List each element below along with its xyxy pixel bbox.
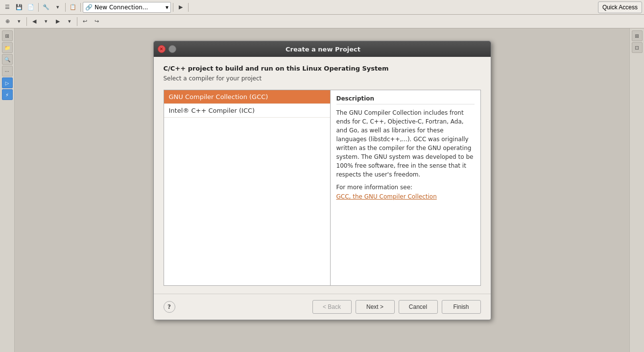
dialog-minimize-button[interactable] xyxy=(168,45,176,53)
ide-background: ☰ 💾 📄 🔧 ▾ 📋 🔗 New Connection... ▾ ▶ Quic… xyxy=(0,0,644,352)
quick-access-button[interactable]: Quick Access xyxy=(598,1,642,13)
dialog-body: C/C++ project to build and run on this L… xyxy=(154,57,491,294)
toolbar2-btn-5[interactable]: ▶ xyxy=(52,16,63,27)
toolbar-btn-3[interactable]: 🔧 xyxy=(41,2,51,13)
dialog-subtitle: C/C++ project to build and run on this L… xyxy=(164,65,481,72)
sidebar-icon-3[interactable]: 🔍 xyxy=(2,54,13,65)
dialog-close-button[interactable]: ✕ xyxy=(158,45,166,53)
compiler-list: GNU Compiler Collection (GCC) Intel® C++… xyxy=(164,90,331,285)
sidebar-icon-4[interactable]: ⋯ xyxy=(2,66,13,76)
description-label: Description xyxy=(336,95,475,104)
compiler-section: GNU Compiler Collection (GCC) Intel® C++… xyxy=(164,90,481,286)
next-button[interactable]: Next > xyxy=(356,300,395,314)
separator-1 xyxy=(38,3,39,12)
separator-7 xyxy=(77,17,77,26)
compiler-item-gcc[interactable]: GNU Compiler Collection (GCC) xyxy=(164,90,330,104)
toolbar2-btn-8[interactable]: ↪ xyxy=(91,16,102,27)
main-toolbar: ☰ 💾 📄 🔧 ▾ 📋 🔗 New Connection... ▾ ▶ Quic… xyxy=(0,0,644,15)
description-panel: Description The GNU Compiler Collection … xyxy=(331,90,480,285)
toolbar-btn-run[interactable]: ▶ xyxy=(175,2,186,13)
finish-button[interactable]: Finish xyxy=(442,300,481,314)
right-sidebar-icon-2[interactable]: ⊡ xyxy=(632,42,643,53)
separator-4 xyxy=(173,3,173,12)
description-link[interactable]: GCC, the GNU Compiler Collection xyxy=(336,193,437,200)
sidebar-icon-2[interactable]: 📁 xyxy=(2,42,13,53)
toolbar-btn-save[interactable]: 💾 xyxy=(14,2,24,13)
toolbar2-btn-1[interactable]: ⊕ xyxy=(2,16,13,27)
toolbar-btn-1[interactable]: ☰ xyxy=(2,2,13,13)
connection-dropdown[interactable]: 🔗 New Connection... ▾ xyxy=(83,2,171,13)
separator-3 xyxy=(80,3,81,12)
separator-2 xyxy=(65,3,66,12)
sidebar-icon-1[interactable]: ⊞ xyxy=(2,30,13,41)
right-sidebar: ⊞ ⊡ xyxy=(629,28,644,352)
toolbar2-btn-3[interactable]: ◀ xyxy=(29,16,40,27)
main-content-area: ✕ Create a new Project C/C++ project to … xyxy=(15,28,629,352)
description-more-text: For more information see: xyxy=(336,184,475,191)
compiler-item-icc[interactable]: Intel® C++ Compiler (ICC) xyxy=(164,104,330,118)
toolbar2-btn-2[interactable]: ▾ xyxy=(14,16,24,27)
toolbar-btn-5[interactable]: 📋 xyxy=(68,2,78,13)
sidebar-icon-5[interactable]: ▷ xyxy=(2,77,13,88)
close-icon: ✕ xyxy=(160,47,164,51)
description-text: The GNU Compiler Collection includes fro… xyxy=(336,108,475,179)
connection-icon: 🔗 xyxy=(85,4,93,11)
right-sidebar-icon-1[interactable]: ⊞ xyxy=(632,30,643,41)
dialog-footer: ? < Back Next > Cancel Finish xyxy=(154,294,491,320)
dialog-instruction: Select a compiler for your project xyxy=(164,75,481,82)
left-sidebar: ⊞ 📁 🔍 ⋯ ▷ ⚡ xyxy=(0,28,15,352)
help-icon: ? xyxy=(167,303,171,310)
connection-label: New Connection... xyxy=(95,4,148,11)
dialog-overlay: ✕ Create a new Project C/C++ project to … xyxy=(15,28,629,352)
toolbar-btn-save2[interactable]: 📄 xyxy=(25,2,36,13)
sidebar-icon-6[interactable]: ⚡ xyxy=(2,89,13,100)
separator-6 xyxy=(26,17,27,26)
dialog-title: Create a new Project xyxy=(179,46,467,53)
back-button[interactable]: < Back xyxy=(312,300,352,314)
help-button[interactable]: ? xyxy=(164,301,175,313)
separator-5 xyxy=(188,3,189,12)
dialog-titlebar: ✕ Create a new Project xyxy=(154,41,491,57)
dropdown-arrow: ▾ xyxy=(166,4,168,11)
toolbar2-btn-4[interactable]: ▾ xyxy=(41,16,51,27)
create-project-dialog: ✕ Create a new Project C/C++ project to … xyxy=(153,41,491,320)
toolbar2-btn-6[interactable]: ▾ xyxy=(64,16,75,27)
secondary-toolbar: ⊕ ▾ ◀ ▾ ▶ ▾ ↩ ↪ xyxy=(0,15,644,28)
cancel-button[interactable]: Cancel xyxy=(399,300,438,314)
toolbar2-btn-7[interactable]: ↩ xyxy=(79,16,90,27)
toolbar-btn-4[interactable]: ▾ xyxy=(52,2,63,13)
